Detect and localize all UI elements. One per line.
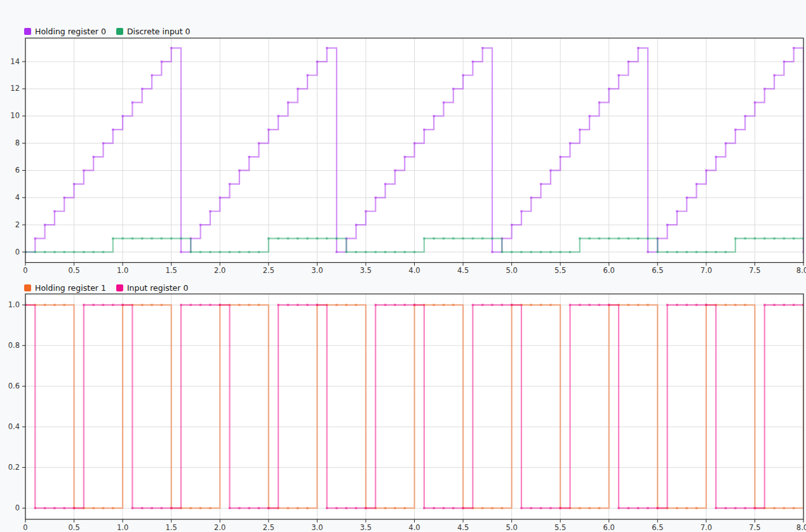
x-axis-tick-labels: 00.51.01.52.02.53.03.54.04.55.05.56.06.5… bbox=[23, 523, 806, 532]
chart-2-legend: Holding register 1 Input register 0 bbox=[24, 283, 188, 293]
svg-text:3.5: 3.5 bbox=[360, 523, 372, 532]
svg-text:6.0: 6.0 bbox=[603, 523, 615, 532]
svg-text:0.6: 0.6 bbox=[8, 382, 20, 390]
svg-text:0: 0 bbox=[23, 523, 27, 532]
legend-swatch-input-register-0 bbox=[116, 284, 123, 291]
chart-1-legend: Holding register 0 Discrete input 0 bbox=[24, 27, 191, 36]
svg-text:0.4: 0.4 bbox=[8, 422, 20, 431]
svg-text:2.5: 2.5 bbox=[263, 523, 274, 532]
legend-swatch-holding-register-1 bbox=[24, 284, 31, 291]
svg-text:7.0: 7.0 bbox=[701, 523, 712, 532]
svg-text:0: 0 bbox=[15, 503, 20, 512]
chart-2-holding-register-1-input-register-0[interactable]: 00.51.01.52.02.53.03.54.04.55.05.56.06.5… bbox=[0, 0, 806, 532]
svg-text:4.0: 4.0 bbox=[408, 523, 420, 532]
svg-text:6.5: 6.5 bbox=[652, 523, 663, 532]
svg-text:0.5: 0.5 bbox=[68, 523, 79, 532]
legend-label-holding-register-0: Holding register 0 bbox=[35, 27, 106, 36]
svg-text:3.0: 3.0 bbox=[311, 523, 323, 532]
legend-swatch-holding-register-0 bbox=[24, 28, 31, 35]
legend-label-discrete-input-0: Discrete input 0 bbox=[127, 27, 191, 36]
svg-text:2.0: 2.0 bbox=[214, 523, 225, 532]
svg-text:1.5: 1.5 bbox=[166, 523, 177, 532]
svg-text:5.0: 5.0 bbox=[506, 523, 517, 532]
svg-text:5.5: 5.5 bbox=[554, 523, 566, 532]
svg-text:0.8: 0.8 bbox=[8, 341, 20, 350]
svg-text:1.0: 1.0 bbox=[117, 523, 128, 532]
y-axis-tick-labels: 00.20.40.60.81.0 bbox=[8, 300, 20, 512]
legend-item-holding-register-1[interactable]: Holding register 1 bbox=[24, 283, 106, 293]
legend-label-input-register-0: Input register 0 bbox=[127, 283, 188, 293]
legend-item-holding-register-0[interactable]: Holding register 0 bbox=[24, 27, 106, 36]
legend-swatch-discrete-input-0 bbox=[116, 28, 123, 35]
legend-item-discrete-input-0[interactable]: Discrete input 0 bbox=[116, 27, 191, 36]
legend-item-input-register-0[interactable]: Input register 0 bbox=[116, 283, 188, 293]
svg-text:1.0: 1.0 bbox=[8, 300, 20, 309]
svg-text:4.5: 4.5 bbox=[457, 523, 469, 532]
page: Holding register 0 Discrete input 0 Hold… bbox=[0, 0, 806, 532]
svg-text:7.5: 7.5 bbox=[749, 523, 760, 532]
svg-text:0.2: 0.2 bbox=[8, 463, 20, 472]
svg-text:8.0: 8.0 bbox=[796, 523, 806, 532]
legend-label-holding-register-1: Holding register 1 bbox=[35, 283, 106, 293]
